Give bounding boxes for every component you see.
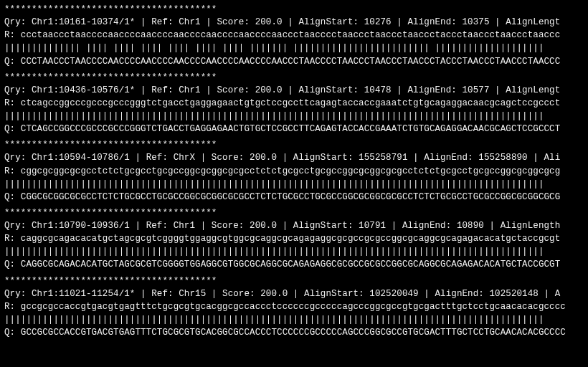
match-line: ||||||||||||||||||||||||||||||||||||||||… (4, 313, 584, 326)
separator-line: *************************************** (4, 71, 584, 84)
alignment-block: ***************************************Q… (4, 3, 584, 68)
alignment-block: ***************************************Q… (4, 275, 584, 340)
reference-sequence: R: gccgcgccaccgtgacgtgagtttctgcgcgtgcacg… (4, 300, 584, 313)
match-line: ||||||||||||||||||||||||||||||||||||||||… (4, 245, 584, 258)
separator-line: *************************************** (4, 206, 584, 219)
query-sequence: Q: CTCAGCCGGCCCGCCCGCCCGGGTCTGACCTGAGGAG… (4, 123, 584, 135)
reference-sequence: R: caggcgcagacacatgctagcgcgtcggggtggaggc… (4, 232, 584, 245)
match-line: ||||||||||||||||||||||||||||||||||||||||… (4, 178, 584, 191)
query-sequence: Q: CAGGCGCAGACACATGCTAGCGCGTCGGGGTGGAGGC… (4, 258, 584, 271)
alignment-block: ***************************************Q… (4, 71, 584, 136)
match-line: ||||||||||||||||||||||||||||||||||||||||… (4, 110, 584, 123)
query-sequence: Q: CGGCGCGGCGCGCCTCTCTGCGCCTGCGCCGGCGCGG… (4, 191, 584, 204)
alignment-header: Qry: Chr1:10594-10786/1 | Ref: ChrX | Sc… (4, 151, 584, 164)
separator-line: *************************************** (4, 275, 584, 287)
alignment-header: Qry: Chr1:10161-10374/1* | Ref: Chr1 | S… (4, 16, 584, 29)
alignment-block: ***************************************Q… (4, 138, 584, 204)
separator-line: *************************************** (4, 3, 584, 16)
reference-sequence: R: ctcagccggcccgcccgcccgggtctgacctgaggag… (4, 97, 584, 110)
alignment-header: Qry: Chr1:10436-10576/1* | Ref: Chr1 | S… (4, 84, 584, 97)
query-sequence: Q: CCCTAACCCTAACCCCAACCCCAACCCCAACCCCAAC… (4, 55, 584, 68)
separator-line: *************************************** (4, 138, 584, 151)
match-line: |||||||||||||| |||| |||| |||| |||| |||| … (4, 42, 584, 54)
alignment-header: Qry: Chr1:10790-10936/1 | Ref: Chr1 | Sc… (4, 219, 584, 232)
alignment-header: Qry: Chr1:11021-11254/1* | Ref: Chr15 | … (4, 287, 584, 300)
reference-sequence: R: cggcgcggcgcgcctctctgcgcctgcgccggcgcgg… (4, 165, 584, 178)
query-sequence: Q: GCCGCGCCACCGTGACGTGAGTTTCTGCGCGTGCACG… (4, 326, 584, 339)
reference-sequence: R: ccctaaccctaaccccaaccccaaccccaaccccaac… (4, 29, 584, 42)
alignment-terminal: ***************************************Q… (4, 3, 584, 339)
alignment-block: ***************************************Q… (4, 206, 584, 272)
